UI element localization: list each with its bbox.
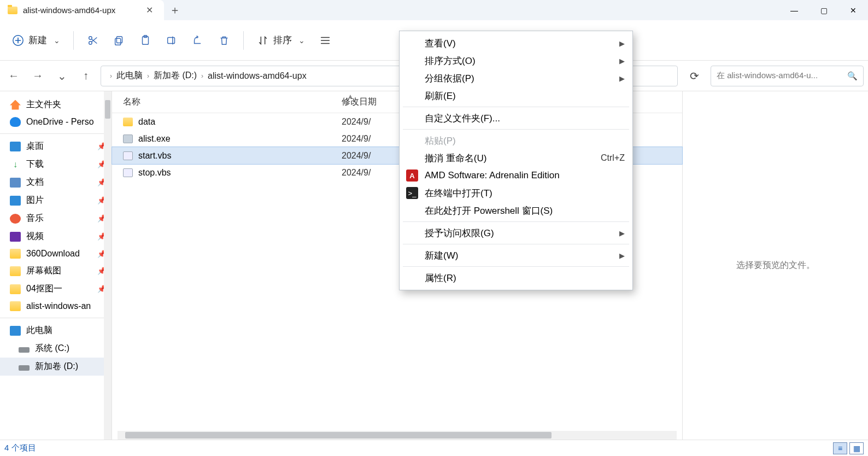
- ctx-refresh[interactable]: 刷新(E): [400, 87, 632, 104]
- breadcrumb-root[interactable]: 此电脑: [116, 70, 143, 81]
- window-tab[interactable]: alist-windows-amd64-upx ✕: [0, 0, 164, 20]
- new-icon: [12, 34, 24, 46]
- sidebar-item-onedrive[interactable]: OneDrive - Perso: [0, 114, 112, 130]
- sidebar-item-360download[interactable]: 360Download📌: [0, 245, 112, 262]
- sidebar-item-label: 屏幕截图: [26, 265, 61, 277]
- back-button[interactable]: ←: [4, 67, 23, 85]
- up-button[interactable]: ↑: [77, 67, 95, 85]
- drive-icon: [19, 365, 30, 371]
- sidebar-item-pictures[interactable]: 图片📌: [0, 191, 112, 209]
- drive-icon: [19, 347, 30, 353]
- sidebar-item-drive-c[interactable]: 系统 (C:): [0, 340, 112, 358]
- sidebar-separator: [0, 318, 112, 318]
- breadcrumb-folder[interactable]: alist-windows-amd64-upx: [208, 71, 307, 81]
- chevron-right-icon: ▶: [619, 39, 625, 48]
- close-button[interactable]: ✕: [838, 0, 868, 20]
- document-icon: [10, 178, 21, 188]
- sidebar-item-downloads[interactable]: ↓下载📌: [0, 155, 112, 173]
- sidebar-scrollbar[interactable]: [104, 91, 112, 440]
- ctx-label: AMD Software: Adrenalin Edition: [425, 170, 560, 181]
- sidebar-item-label: 图片: [26, 195, 44, 206]
- svg-rect-4: [115, 38, 121, 45]
- sidebar-item-drive-d[interactable]: 新加卷 (D:): [0, 358, 112, 376]
- file-name-cell: alist.exe: [112, 134, 342, 144]
- navigation-sidebar: 主文件夹 OneDrive - Perso 桌面📌 ↓下载📌 文档📌 图片📌 音…: [0, 91, 112, 440]
- sidebar-item-folder04[interactable]: 04抠图一📌: [0, 280, 112, 298]
- search-input[interactable]: 在 alist-windows-amd64-u... 🔍: [711, 66, 864, 86]
- ctx-group-by[interactable]: 分组依据(P)▶: [400, 69, 632, 87]
- ctx-give-access[interactable]: 授予访问权限(G)▶: [400, 224, 632, 242]
- ctx-label: 新建(W): [425, 249, 458, 262]
- delete-button[interactable]: [213, 30, 236, 51]
- rename-icon: [166, 34, 178, 46]
- ctx-label: 粘贴(P): [425, 135, 456, 147]
- file-icon: [123, 135, 133, 143]
- maximize-button[interactable]: ▢: [809, 0, 838, 20]
- file-name: stop.vbs: [138, 168, 171, 178]
- ctx-amd-software[interactable]: AAMD Software: Adrenalin Edition: [400, 167, 632, 184]
- view-button[interactable]: [314, 30, 337, 51]
- ctx-separator: [403, 129, 629, 130]
- sidebar-item-videos[interactable]: 视频📌: [0, 227, 112, 245]
- sort-button[interactable]: 排序: [251, 30, 310, 51]
- cut-button[interactable]: [81, 30, 104, 51]
- ctx-open-terminal[interactable]: >_在终端中打开(T): [400, 184, 632, 202]
- ctx-paste: 粘贴(P): [400, 132, 632, 149]
- new-tab-button[interactable]: ＋: [164, 0, 186, 20]
- ctx-undo-rename[interactable]: 撤消 重命名(U)Ctrl+Z: [400, 149, 632, 167]
- sidebar-item-label: 主文件夹: [26, 99, 61, 110]
- ctx-new[interactable]: 新建(W)▶: [400, 247, 632, 264]
- ctx-customize-folder[interactable]: 自定义文件夹(F)...: [400, 109, 632, 127]
- download-icon: ↓: [10, 160, 21, 169]
- new-button[interactable]: 新建: [7, 30, 66, 51]
- new-label: 新建: [28, 34, 47, 46]
- column-name[interactable]: 名称: [112, 96, 342, 108]
- sidebar-item-documents[interactable]: 文档📌: [0, 173, 112, 191]
- thumbnails-view-button[interactable]: ▦: [849, 442, 864, 454]
- breadcrumb-drive[interactable]: 新加卷 (D:): [154, 70, 197, 81]
- sidebar-item-label: 360Download: [26, 249, 80, 259]
- refresh-button[interactable]: ⟳: [683, 66, 705, 86]
- search-icon: 🔍: [847, 71, 858, 81]
- sidebar-item-thispc[interactable]: 此电脑: [0, 321, 112, 340]
- file-name-cell: data: [112, 117, 342, 127]
- folder-icon: [10, 249, 21, 259]
- terminal-icon: >_: [406, 187, 418, 199]
- sidebar-item-label: 新加卷 (D:): [35, 361, 78, 372]
- ctx-label: 查看(V): [425, 37, 456, 50]
- file-name: start.vbs: [138, 151, 171, 161]
- sidebar-item-desktop[interactable]: 桌面📌: [0, 137, 112, 155]
- sidebar-item-music[interactable]: 音乐📌: [0, 209, 112, 227]
- copy-button[interactable]: [108, 30, 131, 51]
- ctx-separator: [403, 244, 629, 244]
- minimize-button[interactable]: —: [779, 0, 809, 20]
- scrollbar-thumb[interactable]: [125, 432, 552, 439]
- tab-close-button[interactable]: ✕: [143, 4, 156, 16]
- home-icon: [10, 100, 21, 110]
- recent-button[interactable]: ⌄: [52, 67, 71, 85]
- chevron-right-icon: ›: [147, 72, 149, 80]
- pc-icon: [10, 326, 21, 336]
- scrollbar-thumb[interactable]: [105, 100, 110, 119]
- sidebar-item-home[interactable]: 主文件夹: [0, 96, 112, 114]
- share-button[interactable]: [186, 30, 209, 51]
- pictures-icon: [10, 196, 21, 206]
- svg-rect-7: [168, 37, 175, 43]
- ctx-view[interactable]: 查看(V)▶: [400, 34, 632, 52]
- horizontal-scrollbar[interactable]: [118, 431, 677, 440]
- forward-button[interactable]: →: [28, 67, 47, 85]
- ctx-sort-by[interactable]: 排序方式(O)▶: [400, 52, 632, 69]
- ctx-open-powershell[interactable]: 在此处打开 Powershell 窗口(S): [400, 202, 632, 219]
- folder-icon: [10, 284, 21, 294]
- sidebar-item-label: alist-windows-an: [26, 301, 91, 311]
- sidebar-item-screenshots[interactable]: 屏幕截图📌: [0, 262, 112, 280]
- paste-button[interactable]: [134, 30, 157, 51]
- rename-button[interactable]: [160, 30, 183, 51]
- chevron-right-icon: ▶: [619, 229, 625, 237]
- sidebar-item-alist[interactable]: alist-windows-an: [0, 298, 112, 314]
- ctx-properties[interactable]: 属性(R): [400, 269, 632, 287]
- copy-icon: [113, 34, 125, 46]
- details-view-button[interactable]: ≡: [833, 442, 847, 454]
- sidebar-item-label: 桌面: [26, 141, 44, 152]
- chevron-right-icon: ›: [110, 72, 112, 80]
